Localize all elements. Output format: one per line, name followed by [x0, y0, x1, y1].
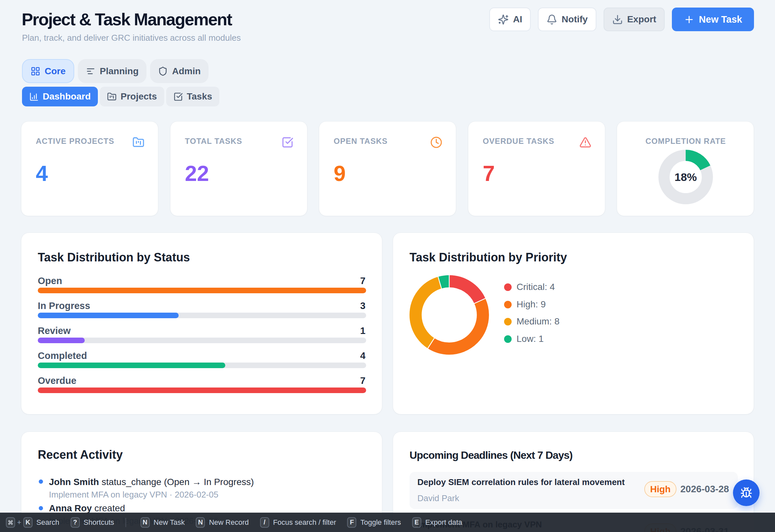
svg-text:18%: 18%: [675, 171, 697, 183]
